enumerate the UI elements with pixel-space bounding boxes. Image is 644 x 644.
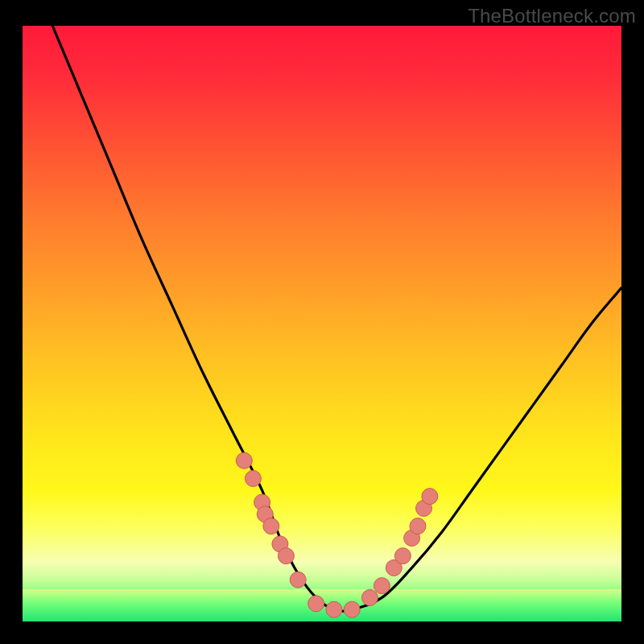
watermark-text: TheBottleneck.com xyxy=(468,5,636,27)
curve-marker-dot xyxy=(245,470,261,486)
curve-marker-dot xyxy=(278,548,294,564)
curve-marker-dot xyxy=(394,548,411,564)
curve-marker-dot xyxy=(422,489,438,505)
curve-marker-dot xyxy=(236,452,252,469)
curve-marker-dot xyxy=(374,578,390,594)
curve-marker-dot xyxy=(290,572,306,588)
bottleneck-curve-path xyxy=(52,26,621,611)
bottleneck-curve-svg xyxy=(23,26,621,621)
curve-marker-group xyxy=(236,452,438,617)
curve-marker-dot xyxy=(410,518,426,535)
curve-marker-dot xyxy=(362,589,378,605)
curve-marker-dot xyxy=(326,601,342,617)
curve-marker-dot xyxy=(308,596,324,612)
chart-plot-area xyxy=(23,26,621,621)
curve-marker-dot xyxy=(263,518,279,535)
curve-marker-dot xyxy=(344,601,360,617)
